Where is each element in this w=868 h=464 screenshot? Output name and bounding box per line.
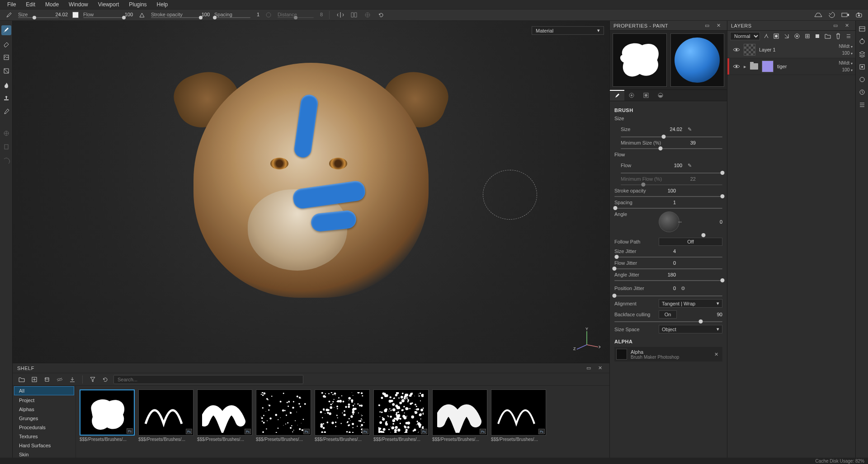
symmetry-icon[interactable] <box>336 10 345 19</box>
p-strokeop-value[interactable]: 100 <box>659 188 676 193</box>
mirror-icon[interactable] <box>349 10 359 19</box>
layers-close-icon[interactable]: ✕ <box>843 21 852 30</box>
perspective-icon[interactable] <box>814 10 823 19</box>
shelf-new-icon[interactable] <box>30 375 39 384</box>
shelf-search-input[interactable] <box>113 375 303 384</box>
chevron-right-icon[interactable]: ▸ <box>744 64 746 70</box>
layers-popout-icon[interactable]: ▭ <box>831 21 840 30</box>
spacing-value[interactable]: 1 <box>257 12 259 17</box>
brush-preset[interactable]: Ps$$$/Presets/Brushes/... <box>373 389 429 454</box>
render-icon[interactable] <box>854 10 863 19</box>
shelf-cat-project[interactable]: Project <box>13 396 75 405</box>
stroke-opacity-value[interactable]: 100 <box>202 12 210 17</box>
flow-pressure-icon[interactable]: ✎ <box>686 161 693 170</box>
props-popout-icon[interactable]: ▭ <box>703 21 712 30</box>
menu-window[interactable]: Window <box>64 0 93 9</box>
projection-tool[interactable] <box>1 52 11 62</box>
plugin2-icon[interactable] <box>1 142 11 152</box>
posjitter-gear-icon[interactable]: ⚙ <box>679 284 687 293</box>
p-follow-toggle[interactable]: Off <box>659 238 722 246</box>
stroke-opacity-slider[interactable] <box>151 17 201 18</box>
menu-file[interactable]: File <box>3 0 20 9</box>
p-minsize-value[interactable]: 39 <box>679 140 696 145</box>
camera-baking-icon[interactable] <box>841 10 850 19</box>
add-effect-icon[interactable] <box>762 32 770 41</box>
size-pressure-icon[interactable]: ✎ <box>686 125 693 134</box>
props-tab-alpha[interactable] <box>624 90 639 101</box>
brush-preset[interactable]: Ps$$$/Presets/Brushes/... <box>138 389 193 454</box>
layer-row[interactable]: Layer 1NMdt ▾100 ▾ <box>727 42 855 58</box>
shelf-cat-skin[interactable]: Skin <box>13 450 75 458</box>
shelf-cat-hard-surfaces[interactable]: Hard Surfaces <box>13 441 75 450</box>
p-backface-value[interactable]: 90 <box>705 312 722 317</box>
clone-tool[interactable] <box>1 93 11 103</box>
p-angle-value[interactable]: 0 <box>705 219 722 225</box>
plugin3-icon[interactable] <box>1 155 11 165</box>
brush-alpha-preview[interactable] <box>613 33 667 87</box>
visibility-toggle-icon[interactable] <box>733 47 740 53</box>
p-posjitter-slider[interactable] <box>614 295 722 296</box>
paint-tool[interactable] <box>1 25 11 35</box>
brush-preset[interactable]: Ps$$$/Presets/Brushes/... <box>491 389 546 454</box>
shelf-close-icon[interactable]: ✕ <box>596 364 605 373</box>
layer-blend-channels[interactable]: NMdt ▾ <box>839 44 853 49</box>
p-sizejitter-slider[interactable] <box>614 257 722 258</box>
shelf-filter-icon[interactable] <box>88 375 97 384</box>
dock-texset-icon[interactable] <box>858 24 867 33</box>
brush-preset[interactable]: Ps$$$/Presets/Brushes/... <box>315 389 370 454</box>
p-flowjitter-value[interactable]: 0 <box>659 260 676 266</box>
visibility-toggle-icon[interactable] <box>733 63 740 70</box>
p-backface-slider[interactable] <box>614 321 722 322</box>
shelf-save-icon[interactable] <box>42 375 52 384</box>
add-smartmat-icon[interactable] <box>793 32 802 41</box>
reset-sym-icon[interactable] <box>377 10 386 19</box>
shelf-folder-icon[interactable] <box>17 375 26 384</box>
add-fill-icon[interactable] <box>813 32 822 41</box>
material-dropdown[interactable]: Material ▾ <box>532 26 604 35</box>
layer-opacity[interactable]: 100 ▾ <box>842 51 853 56</box>
p-flowjitter-slider[interactable] <box>614 268 722 269</box>
material-preview[interactable] <box>670 33 725 87</box>
shelf-hide-icon[interactable] <box>55 375 64 384</box>
delete-layer-icon[interactable] <box>834 32 843 41</box>
flow-value[interactable]: 100 <box>125 12 133 17</box>
brush-preset[interactable]: Ps$$$/Presets/Brushes/... <box>256 389 311 454</box>
props-tab-stencil[interactable] <box>639 90 653 101</box>
size-value[interactable]: 24.02 <box>55 12 68 17</box>
menu-mode[interactable]: Mode <box>41 0 63 9</box>
add-folder-icon[interactable] <box>824 32 832 41</box>
props-close-icon[interactable]: ✕ <box>714 21 723 30</box>
smudge-tool[interactable] <box>1 80 11 89</box>
menu-help[interactable]: Help <box>152 0 173 9</box>
p-sizejitter-value[interactable]: 4 <box>659 248 676 254</box>
layer-row[interactable]: ▸tigerNMdt ▾100 ▾ <box>727 58 855 75</box>
layer-opacity[interactable]: 100 ▾ <box>842 67 853 72</box>
add-adjust-icon[interactable] <box>783 32 791 41</box>
dock-props-icon[interactable] <box>858 37 867 46</box>
eraser-tool[interactable] <box>1 39 11 49</box>
brush-preset[interactable]: Ps$$$/Presets/Brushes/... <box>80 389 135 454</box>
add-layer-icon[interactable] <box>803 32 811 41</box>
flow-pressure-icon[interactable] <box>137 10 146 19</box>
shelf-cat-procedurals[interactable]: Procedurals <box>13 423 75 432</box>
brush-preset[interactable]: Ps$$$/Presets/Brushes/... <box>432 389 487 454</box>
p-backface-toggle[interactable]: On <box>659 310 677 319</box>
menu-edit[interactable]: Edit <box>21 0 40 9</box>
material-toggle[interactable] <box>72 12 79 18</box>
add-mask-icon[interactable] <box>772 32 781 41</box>
alpha-remove-icon[interactable]: ✕ <box>712 350 721 359</box>
menu-plugins[interactable]: Plugins <box>124 0 151 9</box>
viewport-3d[interactable]: Material ▾ Y X Z <box>13 21 609 363</box>
shelf-refresh-icon[interactable] <box>101 375 110 384</box>
radial-icon[interactable] <box>363 10 372 19</box>
size-slider[interactable] <box>18 17 59 18</box>
brush-picker-icon[interactable] <box>5 10 14 19</box>
menu-viewport[interactable]: Viewport <box>94 0 123 9</box>
layer-name[interactable]: tiger <box>777 64 787 69</box>
dock-channels-icon[interactable] <box>858 62 867 71</box>
shelf-cat-grunges[interactable]: Grunges <box>13 414 75 423</box>
plugin1-icon[interactable] <box>1 128 11 138</box>
p-flow-slider[interactable] <box>621 173 722 173</box>
p-anglejitter-slider[interactable] <box>614 280 722 281</box>
p-spacing-value[interactable]: 1 <box>659 200 676 205</box>
